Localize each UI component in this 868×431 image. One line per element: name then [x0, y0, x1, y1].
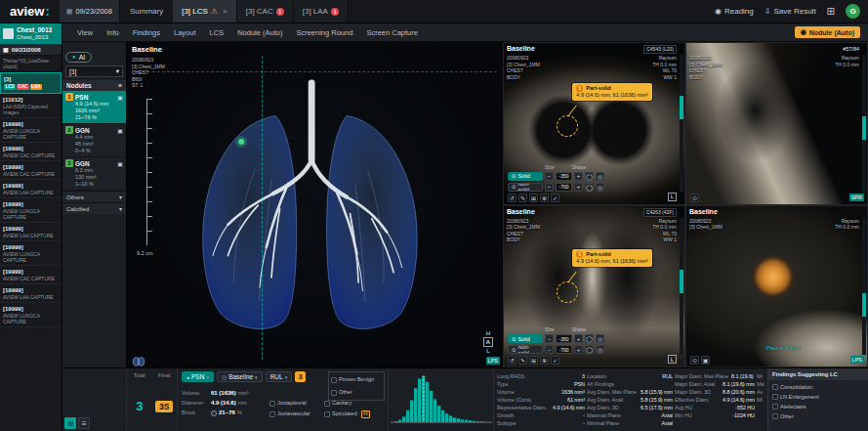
viewport-3d[interactable]: Baseline 20080923[3] Chest_1MMCHESTB60fS… — [127, 42, 503, 367]
shape-circle-button[interactable]: ◯ — [585, 183, 594, 192]
section-others[interactable]: Others ▾ — [62, 191, 126, 202]
series-item[interactable]: [19999]AVIEW LAA CAPTURE — [0, 180, 62, 198]
nodule-auto-button[interactable]: ◉ Nodule (Auto) — [795, 26, 860, 38]
series-item[interactable]: [19999]AVIEW LUNGCA CAPTURE — [0, 118, 62, 143]
camera-icon[interactable]: ▣ — [117, 127, 123, 134]
ai-toggle[interactable]: ● AI — [65, 52, 92, 63]
undo-icon[interactable]: ↺ — [508, 194, 517, 202]
menu-item-screen-capture[interactable]: Screen Capture — [359, 28, 425, 37]
menu-item-layout[interactable]: Layout — [167, 28, 203, 37]
checkbox-juxtapleural[interactable]: Juxtapleural — [269, 398, 310, 409]
cube-icon[interactable]: ▣ — [701, 356, 710, 365]
box-select-icon[interactable]: ⊞ — [529, 194, 538, 202]
seg-chip-non-solid[interactable]: ⊙Non-solid — [508, 345, 543, 354]
scrollbar-thumb[interactable] — [680, 270, 683, 293]
increase-button[interactable]: + — [574, 172, 583, 181]
menu-item-findings[interactable]: Findings — [126, 28, 167, 37]
camera-icon[interactable]: ▣ — [117, 94, 123, 101]
tab-3-lcs[interactable]: [3] LCS⚠× — [173, 0, 237, 22]
increase-button[interactable]: + — [574, 334, 583, 343]
checkbox-spiculated[interactable]: Spiculated4X — [324, 409, 370, 419]
series-item[interactable]: [19999]AVIEW LUNGCA CAPTURE — [0, 303, 62, 327]
checkbox-atelectasis[interactable]: Atelectasis — [772, 402, 864, 411]
series-item[interactable]: [19999]AVIEW LUNGCA CAPTURE — [0, 198, 62, 223]
final-score-badge[interactable]: 3S — [155, 401, 173, 412]
tab-summary[interactable]: Summary — [120, 0, 173, 22]
orientation-widget[interactable]: H A L — [483, 330, 493, 354]
increase-button[interactable]: + — [574, 183, 583, 192]
nodule-annotation[interactable]: 1 Part-solid 4.9 (14.6) mm, 61 (1636) mm… — [572, 83, 651, 101]
shape-ring-button[interactable]: ◎ — [596, 172, 604, 181]
viewport-axial[interactable]: Baseline C4543 (L20) 20080923[3] Chest_1… — [503, 42, 685, 205]
nodule-annotation[interactable]: 1 Part-solid 4.9 (14.6) mm, 61 (1636) mm… — [572, 249, 651, 267]
increase-button[interactable]: + — [574, 345, 583, 354]
shape-ring-button[interactable]: ◎ — [596, 183, 604, 192]
nodule-item[interactable]: 1PSN▣4.9 (14.6) mm1636 mm³21~76 % — [62, 91, 126, 124]
study-date-tab[interactable]: ▦ 09/23/2008 — [60, 0, 120, 22]
scrollbar-thumb[interactable] — [862, 293, 866, 317]
confirm-icon[interactable]: ✓ — [551, 194, 559, 202]
apps-grid-icon[interactable]: ⊞ — [827, 6, 835, 17]
edit-icon[interactable]: ✎ — [518, 194, 527, 202]
nodule-item[interactable]: 3GGN▣6.3 mm130 mm³1~10 % — [62, 157, 126, 191]
viewport-nodule-3d[interactable]: Baseline 20080923[3] Chest_1MM RaysumTH … — [685, 205, 868, 368]
seg-chip-non-solid[interactable]: ⊙Non-solid — [508, 183, 543, 192]
scrollbar-thumb[interactable] — [862, 116, 866, 140]
shape-ring-button[interactable]: ◎ — [596, 345, 604, 354]
expand-button[interactable]: ⊞ — [64, 417, 76, 429]
series-item[interactable]: [19999]AVIEW LAA CAPTURE — [0, 223, 62, 241]
menu-item-info[interactable]: Info — [100, 28, 126, 37]
series-item[interactable]: [3]LCSCACLAA — [0, 72, 62, 94]
scrollbar-thumb[interactable] — [680, 96, 683, 119]
checkbox-other[interactable]: Other — [772, 411, 864, 421]
slice-scrollbar[interactable] — [862, 55, 866, 193]
box-select-icon[interactable]: ⊞ — [529, 356, 538, 365]
seg-chip-solid[interactable]: ⊙Solid — [508, 334, 543, 343]
viewport-coronal[interactable]: Baseline C4263 (42F) 20080923[3] Chest_1… — [503, 205, 685, 368]
series-item[interactable]: [19999]AVIEW LAA CAPTURE — [0, 284, 62, 303]
undo-icon[interactable]: ↺ — [508, 356, 517, 365]
checkbox-other[interactable]: Other — [331, 387, 382, 398]
nodule-type-select[interactable]: ● PSN ▾ — [182, 371, 214, 382]
save-result-button[interactable]: ⇩ Save Result — [765, 7, 816, 16]
decrease-button[interactable]: − — [545, 345, 554, 354]
lock-icon[interactable]: ⊙ — [690, 356, 699, 365]
study-date-row[interactable]: ▦ 09/23/2008 — [0, 44, 62, 56]
edit-icon[interactable]: ✎ — [518, 356, 527, 365]
tab-3-cac[interactable]: [3] CAC1 — [237, 0, 294, 22]
series-item[interactable]: [11012]LAA INSP) Captured Images — [0, 94, 62, 118]
patient-card[interactable]: Chest_0013 Chest_0013 — [0, 23, 62, 44]
confirm-icon[interactable]: ✓ — [551, 356, 559, 365]
section-calcified[interactable]: Calcified ▾ — [62, 202, 126, 214]
series-item[interactable]: [19999]AVIEW CAC CAPTURE — [0, 143, 62, 161]
slice-scrollbar[interactable] — [862, 218, 866, 356]
decrease-button[interactable]: − — [545, 183, 554, 192]
shape-circle-button[interactable]: ◯ — [585, 172, 594, 181]
shape-circle-button[interactable]: ◯ — [585, 334, 594, 343]
checkbox-cavitary[interactable]: Cavitary — [324, 398, 370, 409]
nodule-item[interactable]: 2GGN▣4.4 mm45 mm³0~4 % — [62, 124, 126, 157]
lung-view-toggle[interactable] — [132, 353, 145, 364]
close-icon[interactable]: × — [223, 7, 227, 16]
checkbox-proven-benign[interactable]: Proven Benign — [331, 374, 382, 385]
series-item[interactable]: [19999]AVIEW LUNGCA CAPTURE — [0, 241, 62, 266]
timepoint-select[interactable]: ◷ Baseline ▾ — [217, 371, 263, 382]
shape-circle-button[interactable]: ◯ — [585, 345, 594, 354]
layout-list-button[interactable]: ≡ — [78, 417, 90, 429]
reading-toggle[interactable]: ◉ Reading — [715, 7, 754, 16]
checkbox-consolidation[interactable]: Consolidation — [772, 382, 864, 392]
seg-chip-solid[interactable]: ⊙Solid — [508, 172, 543, 181]
viewport-sagittal[interactable]: #57/84 20080923[3] Chest_1MMCHESTBODY Ra… — [685, 42, 868, 205]
menu-item-screening-round[interactable]: Screening Round — [289, 28, 359, 37]
menu-item-lcs[interactable]: LCS — [203, 28, 231, 37]
camera-icon[interactable]: ▣ — [117, 160, 123, 167]
checkbox-ln-enlargement[interactable]: LN Enlargement — [772, 392, 864, 402]
menu-item-nodule-auto[interactable]: Nodule (Auto) — [230, 28, 289, 37]
add-icon[interactable]: ⊕ — [540, 356, 549, 365]
slice-scrollbar[interactable] — [680, 55, 683, 193]
series-item[interactable]: [19999]AVIEW CAC CAPTURE — [0, 161, 62, 180]
slice-scrollbar[interactable] — [680, 218, 683, 356]
series-select[interactable]: [3] ▾ — [65, 65, 123, 77]
user-avatar[interactable]: G — [846, 4, 860, 19]
lock-icon[interactable]: ⊙ — [690, 194, 699, 202]
